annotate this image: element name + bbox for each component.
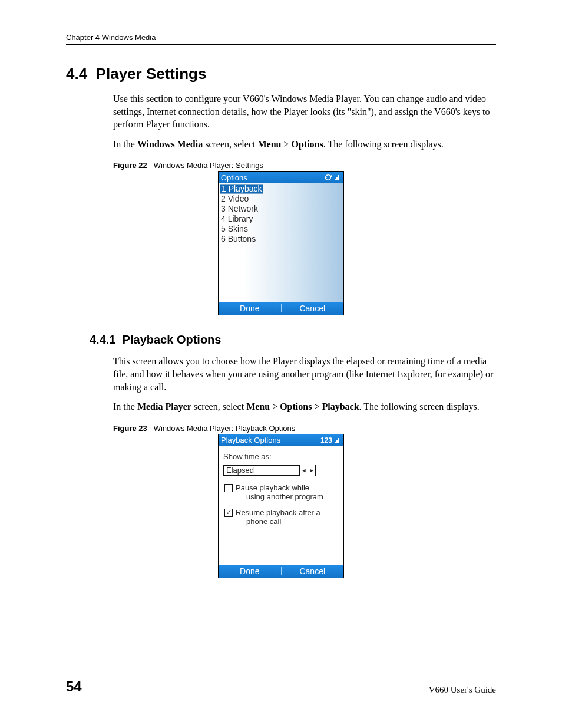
cancel-softkey[interactable]: Cancel <box>282 304 344 313</box>
options-menu-body: 1 Playback 2 Video 3 Network 4 Library 5… <box>219 183 343 302</box>
signal-icon <box>334 174 341 181</box>
chevron-left-icon[interactable]: ◄ <box>300 465 308 476</box>
pause-playback-label: Pause playback while using another progr… <box>236 483 323 501</box>
sync-icon <box>323 174 333 181</box>
signal-icon <box>334 437 341 444</box>
options-titlebar: Options <box>219 172 343 183</box>
chevron-right-icon[interactable]: ► <box>308 465 315 476</box>
page-footer: 54 V660 User's Guide <box>66 677 496 695</box>
input-mode-indicator: 123 <box>320 436 332 444</box>
svg-rect-2 <box>338 175 339 180</box>
menu-item-buttons[interactable]: 6 Buttons <box>220 234 343 244</box>
menu-item-video[interactable]: 2 Video <box>220 194 343 204</box>
done-softkey[interactable]: Done <box>219 304 281 313</box>
figure-23-screenshot: Playback Options 123 Show time as: Elaps… <box>218 434 344 578</box>
section-number: 4.4 <box>66 65 87 83</box>
menu-item-playback[interactable]: 1 Playback <box>220 184 263 194</box>
section-paragraph-2: In the Windows Media screen, select Menu… <box>113 138 496 151</box>
resume-playback-checkbox[interactable]: ✓ <box>224 509 233 517</box>
show-time-label: Show time as: <box>223 452 339 461</box>
playback-options-body: Show time as: Elapsed ◄ ► Pause playback… <box>219 446 343 565</box>
subsection-heading: 4.4.1 Playback Options <box>90 333 496 347</box>
done-softkey[interactable]: Done <box>219 566 281 576</box>
section-title: Player Settings <box>96 65 207 83</box>
subsection-paragraph-2: In the Media Player screen, select Menu … <box>113 400 496 413</box>
subsection-number: 4.4.1 <box>90 333 115 346</box>
section-paragraph-1: Use this section to configure your V660'… <box>113 93 496 131</box>
softkey-bar: Done Cancel <box>219 302 343 315</box>
figure-22-screenshot: Options 1 Playback 2 Video 3 Network 4 L… <box>218 171 344 315</box>
running-header: Chapter 4 Windows Media <box>66 33 496 45</box>
titlebar-text: Playback Options <box>221 436 280 444</box>
page-number: 54 <box>66 678 82 695</box>
playback-titlebar: Playback Options 123 <box>219 434 343 446</box>
figure-22-caption: Figure 22 Windows Media Player: Settings <box>113 161 496 170</box>
figure-23-caption: Figure 23 Windows Media Player: Playback… <box>113 424 496 433</box>
menu-item-library[interactable]: 4 Library <box>220 214 343 224</box>
svg-rect-3 <box>335 442 336 443</box>
pause-playback-checkbox[interactable] <box>224 484 233 492</box>
resume-playback-label: Resume playback after a phone call <box>236 508 320 526</box>
softkey-bar: Done Cancel <box>219 565 343 578</box>
subsection-title: Playback Options <box>123 333 222 346</box>
menu-item-network[interactable]: 3 Network <box>220 204 343 214</box>
svg-rect-5 <box>338 438 339 443</box>
section-heading: 4.4 Player Settings <box>66 65 496 83</box>
show-time-selector[interactable]: Elapsed <box>223 465 300 476</box>
guide-name: V660 User's Guide <box>429 685 496 695</box>
svg-rect-1 <box>336 177 338 180</box>
cancel-softkey[interactable]: Cancel <box>282 566 344 576</box>
svg-rect-4 <box>336 440 338 443</box>
svg-rect-0 <box>335 179 336 180</box>
menu-item-skins[interactable]: 5 Skins <box>220 224 343 234</box>
subsection-paragraph-1: This screen allows you to choose how the… <box>113 355 496 393</box>
titlebar-text: Options <box>221 173 247 182</box>
show-time-spinner[interactable]: ◄ ► <box>300 465 316 476</box>
